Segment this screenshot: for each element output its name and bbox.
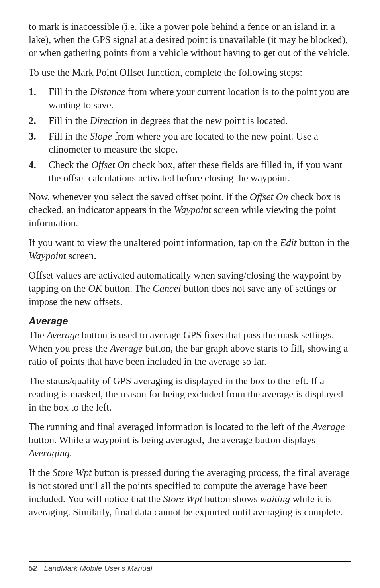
step-number: 2. xyxy=(29,114,49,127)
step-body: Fill in the Distance from where your cur… xyxy=(49,85,351,112)
paragraph: Now, whenever you select the saved offse… xyxy=(29,190,351,230)
paragraph: Offset values are activated automaticall… xyxy=(29,269,351,308)
step-number: 3. xyxy=(29,130,49,156)
step-body: Fill in the Direction in degrees that th… xyxy=(49,114,351,127)
paragraph: The Average button is used to average GP… xyxy=(29,328,351,368)
paragraph: to mark is inaccessible (i.e. like a pow… xyxy=(29,20,351,59)
step-item: 4. Check the Offset On check box, after … xyxy=(29,158,351,185)
paragraph: If you want to view the unaltered point … xyxy=(29,236,351,262)
steps-list: 1. Fill in the Distance from where your … xyxy=(29,85,351,185)
step-item: 3. Fill in the Slope from where you are … xyxy=(29,130,351,156)
paragraph: To use the Mark Point Offset function, c… xyxy=(29,66,351,79)
page-number: 52 xyxy=(29,564,37,572)
step-number: 1. xyxy=(29,85,49,112)
footer-title: LandMark Mobile User's Manual xyxy=(44,564,152,572)
step-number: 4. xyxy=(29,158,49,185)
paragraph: The status/quality of GPS averaging is d… xyxy=(29,374,351,414)
step-item: 1. Fill in the Distance from where your … xyxy=(29,85,351,112)
page-content: to mark is inaccessible (i.e. like a pow… xyxy=(29,20,351,519)
paragraph: If the Store Wpt button is pressed durin… xyxy=(29,466,351,519)
step-item: 2. Fill in the Direction in degrees that… xyxy=(29,114,351,127)
subheading-average: Average xyxy=(29,315,351,328)
paragraph: The running and final averaged informati… xyxy=(29,420,351,460)
step-body: Fill in the Slope from where you are loc… xyxy=(49,130,351,156)
page-footer: 52 LandMark Mobile User's Manual xyxy=(29,561,351,573)
step-body: Check the Offset On check box, after the… xyxy=(49,158,351,185)
